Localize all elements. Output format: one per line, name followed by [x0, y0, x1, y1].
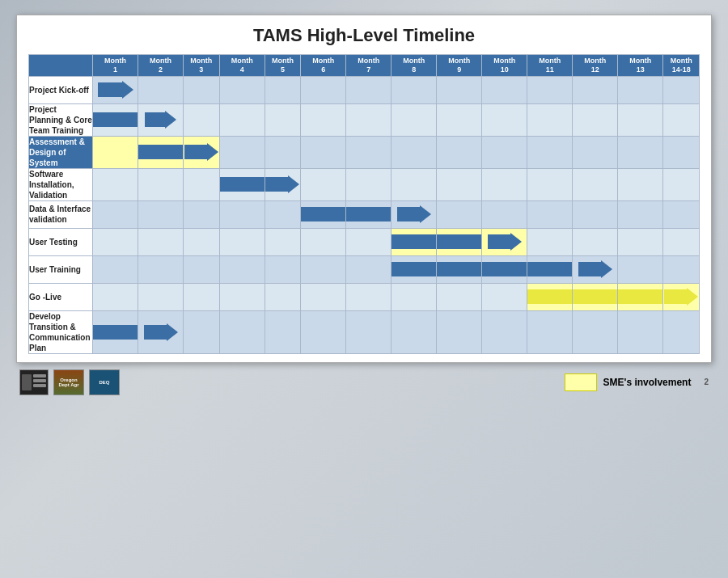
logo-oregon: OregonDept Agr	[53, 369, 84, 395]
cell-kickoff-12	[573, 76, 618, 103]
cell-assessment-5	[265, 136, 301, 168]
cell-software-12	[573, 168, 618, 200]
cell-golive-13	[618, 283, 663, 310]
cell-assessment-8	[392, 136, 437, 168]
task-label-kickoff: Project Kick-off	[29, 76, 93, 103]
cell-planning-5	[265, 103, 301, 136]
cell-assessment-6	[301, 136, 346, 168]
cell-planning-8	[392, 103, 437, 136]
cell-training-4	[219, 255, 265, 283]
month-4-header: Month4	[219, 55, 265, 77]
row-transition: Develop Transition & Communication Plan	[29, 310, 700, 353]
row-golive: Go -Live	[29, 283, 700, 310]
cell-software-11	[527, 168, 573, 200]
cell-transition-12	[573, 310, 618, 353]
cell-transition-13	[618, 310, 663, 353]
legend: SME's involvement 2	[565, 373, 709, 391]
cell-planning-7	[346, 103, 392, 136]
cell-kickoff-11	[527, 76, 573, 103]
task-label-planning: Project Planning & Core Team Training	[29, 103, 93, 136]
cell-data-8	[392, 200, 437, 228]
cell-transition-14	[663, 310, 700, 353]
month-13-header: Month13	[618, 55, 663, 77]
cell-data-3	[184, 200, 220, 228]
cell-assessment-13	[618, 136, 663, 168]
cell-data-14	[663, 200, 700, 228]
cell-golive-3	[184, 283, 220, 310]
cell-assessment-2	[138, 136, 184, 168]
cell-kickoff-10	[482, 76, 527, 103]
cell-golive-10	[482, 283, 527, 310]
cell-software-5	[265, 168, 301, 200]
row-software: Software Installation, Validation	[29, 168, 700, 200]
cell-golive-9	[437, 283, 482, 310]
cell-training-11	[527, 255, 573, 283]
cell-kickoff-13	[618, 76, 663, 103]
task-header	[29, 55, 93, 77]
cell-planning-1	[93, 103, 138, 136]
month-7-header: Month7	[346, 55, 392, 77]
cell-transition-2	[138, 310, 184, 353]
cell-data-7	[346, 200, 392, 228]
cell-golive-1	[93, 283, 138, 310]
month-12-header: Month12	[573, 55, 618, 77]
cell-testing-1	[93, 228, 138, 255]
cell-golive-4	[219, 283, 265, 310]
cell-planning-9	[437, 103, 482, 136]
legend-label: SME's involvement	[603, 377, 692, 388]
cell-kickoff-9	[437, 76, 482, 103]
cell-training-12	[573, 255, 618, 283]
month-3-header: Month3	[184, 55, 220, 77]
month-8-header: Month8	[392, 55, 437, 77]
cell-planning-2	[138, 103, 184, 136]
cell-testing-4	[219, 228, 265, 255]
cell-software-13	[618, 168, 663, 200]
cell-software-7	[346, 168, 392, 200]
cell-assessment-1	[93, 136, 138, 168]
cell-transition-11	[527, 310, 573, 353]
cell-training-9	[437, 255, 482, 283]
cell-training-8	[392, 255, 437, 283]
cell-assessment-3	[184, 136, 220, 168]
task-label-software: Software Installation, Validation	[29, 168, 93, 200]
cell-assessment-9	[437, 136, 482, 168]
cell-software-3	[184, 168, 220, 200]
month-5-header: Month5	[265, 55, 301, 77]
cell-kickoff-5	[265, 76, 301, 103]
cell-transition-6	[301, 310, 346, 353]
logo-tams	[19, 369, 49, 395]
cell-data-10	[482, 200, 527, 228]
cell-training-6	[301, 255, 346, 283]
cell-planning-12	[573, 103, 618, 136]
gantt-table: Month1 Month2 Month3 Month4 Month5 Month…	[28, 54, 700, 354]
cell-transition-7	[346, 310, 392, 353]
cell-testing-8	[392, 228, 437, 255]
task-label-golive: Go -Live	[29, 283, 93, 310]
cell-planning-14	[663, 103, 700, 136]
cell-kickoff-2	[138, 76, 184, 103]
row-assessment: Assessment & Design of System	[29, 136, 700, 168]
month-14-18-header: Month14-18	[663, 55, 700, 77]
cell-testing-7	[346, 228, 392, 255]
cell-software-1	[93, 168, 138, 200]
month-11-header: Month11	[527, 55, 573, 77]
cell-assessment-11	[527, 136, 573, 168]
task-label-assessment: Assessment & Design of System	[29, 136, 93, 168]
month-6-header: Month6	[301, 55, 346, 77]
cell-golive-5	[265, 283, 301, 310]
cell-assessment-4	[219, 136, 265, 168]
month-10-header: Month10	[482, 55, 527, 77]
cell-testing-9	[437, 228, 482, 255]
cell-software-10	[482, 168, 527, 200]
cell-transition-3	[184, 310, 220, 353]
row-user-testing: User Testing	[29, 228, 700, 255]
header-row: Month1 Month2 Month3 Month4 Month5 Month…	[29, 55, 700, 77]
cell-golive-14	[663, 283, 700, 310]
cell-testing-12	[573, 228, 618, 255]
row-project-kickoff: Project Kick-off	[29, 76, 700, 103]
cell-transition-4	[219, 310, 265, 353]
footer-logos: OregonDept Agr DEQ	[19, 369, 120, 395]
cell-golive-11	[527, 283, 573, 310]
cell-data-4	[219, 200, 265, 228]
cell-testing-11	[527, 228, 573, 255]
